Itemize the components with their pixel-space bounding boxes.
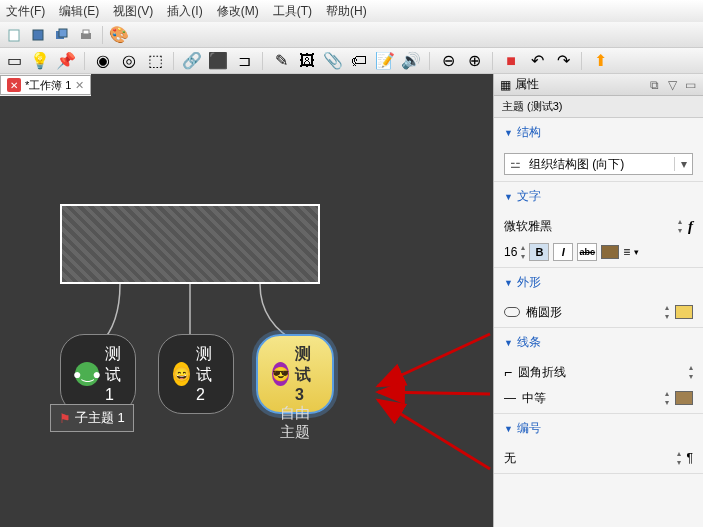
section-toggle[interactable]: ▼文字 xyxy=(494,182,703,211)
audio-icon[interactable]: 🔊 xyxy=(401,51,421,71)
outline-icon[interactable]: ▭ xyxy=(4,51,24,71)
attach-icon[interactable]: 📎 xyxy=(323,51,343,71)
font-stepper[interactable]: ▴▾ xyxy=(678,217,682,235)
shape-stepper[interactable]: ▴▾ xyxy=(665,303,669,321)
strike-button[interactable]: abc xyxy=(577,243,597,261)
menu-edit[interactable]: 编辑(E) xyxy=(59,3,99,20)
minimize-icon[interactable]: ▽ xyxy=(665,78,679,92)
panel-title: 属性 xyxy=(515,76,643,93)
node-icon[interactable]: ◉ xyxy=(93,51,113,71)
structure-value: 组织结构图 (向下) xyxy=(525,156,674,173)
line-weight-value[interactable]: 中等 xyxy=(522,390,659,407)
properties-panel: ▦ 属性 ⧉ ▽ ▭ 主题 (测试3) ▼结构 ⚍ 组织结构图 (向下) ▾ ▼… xyxy=(493,74,703,527)
tab-label: *工作簿 1 xyxy=(25,78,71,93)
orgchart-icon: ⚍ xyxy=(505,157,525,171)
number-format-icon[interactable]: ¶ xyxy=(687,451,693,465)
document-tab[interactable]: ✕ *工作簿 1 ✕ xyxy=(0,75,91,95)
menu-view[interactable]: 视图(V) xyxy=(113,3,153,20)
mindmap: ●‿● 测试1 😄 测试2 😎 测试3 ⚑ 子主题 1 自由主题 xyxy=(60,204,320,284)
menu-icon[interactable]: ▭ xyxy=(683,78,697,92)
edit-icon[interactable]: ✎ xyxy=(271,51,291,71)
float-icon[interactable]: ⬚ xyxy=(145,51,165,71)
italic-button[interactable]: I xyxy=(553,243,573,261)
new-icon[interactable] xyxy=(4,25,24,45)
flag-icon: ⚑ xyxy=(59,411,71,426)
emoji-cool-icon: 😎 xyxy=(272,362,289,386)
zoomin-icon[interactable]: ⊕ xyxy=(464,51,484,71)
font-family[interactable]: 微软雅黑 xyxy=(504,218,672,235)
topic-node-3-selected[interactable]: 😎 测试3 xyxy=(256,334,334,414)
weight-stepper[interactable]: ▴▾ xyxy=(665,389,669,407)
subnode-icon[interactable]: ◎ xyxy=(119,51,139,71)
svg-line-8 xyxy=(378,400,490,469)
section-toggle[interactable]: ▼编号 xyxy=(494,414,703,443)
close-icon[interactable]: ✕ xyxy=(7,78,21,92)
topic-label: 测试2 xyxy=(196,344,219,404)
section-text: ▼文字 微软雅黑 ▴▾ f 16 ▴▾ B I abc ≡ ▾ xyxy=(494,182,703,268)
print-icon[interactable] xyxy=(76,25,96,45)
number-value[interactable]: 无 xyxy=(504,450,671,467)
svg-rect-1 xyxy=(33,30,43,40)
pin-icon[interactable]: 📌 xyxy=(56,51,76,71)
line-style-value[interactable]: 圆角折线 xyxy=(518,364,683,381)
save-icon[interactable] xyxy=(28,25,48,45)
shape-color-swatch[interactable] xyxy=(675,305,693,319)
topic-node-2[interactable]: 😄 测试2 xyxy=(158,334,234,414)
zoomout-icon[interactable]: ⊖ xyxy=(438,51,458,71)
chevron-down-icon[interactable]: ▾ xyxy=(674,157,692,171)
chevron-down-icon[interactable]: ▾ xyxy=(634,247,639,257)
font-size[interactable]: 16 xyxy=(504,245,517,259)
section-toggle[interactable]: ▼外形 xyxy=(494,268,703,297)
text-color-swatch[interactable] xyxy=(601,245,619,259)
ellipse-icon xyxy=(504,307,520,317)
menu-modify[interactable]: 修改(M) xyxy=(217,3,259,20)
bold-button[interactable]: B xyxy=(529,243,549,261)
line-stepper[interactable]: ▴▾ xyxy=(689,363,693,381)
tab-bar: ✕ *工作簿 1 ✕ xyxy=(0,74,91,96)
saveall-icon[interactable] xyxy=(52,25,72,45)
undo-icon[interactable]: ↶ xyxy=(527,51,547,71)
number-stepper[interactable]: ▴▾ xyxy=(677,449,681,467)
menu-insert[interactable]: 插入(I) xyxy=(167,3,202,20)
panel-icon: ▦ xyxy=(500,78,511,92)
canvas[interactable]: ✕ *工作簿 1 ✕ ●‿● 测试1 😄 测试2 xyxy=(0,74,493,527)
tab-x-icon[interactable]: ✕ xyxy=(75,79,84,92)
menu-tools[interactable]: 工具(T) xyxy=(273,3,312,20)
section-line: ▼线条 ⌐ 圆角折线 ▴▾ — 中等 ▴▾ xyxy=(494,328,703,414)
svg-line-7 xyxy=(378,392,490,394)
toolbar-main: 🎨 xyxy=(0,22,703,48)
subtopic-node[interactable]: ⚑ 子主题 1 xyxy=(50,404,134,432)
root-topic[interactable] xyxy=(60,204,320,284)
polyline-icon: ⌐ xyxy=(504,364,512,380)
section-number: ▼编号 无 ▴▾ ¶ xyxy=(494,414,703,474)
size-stepper[interactable]: ▴▾ xyxy=(521,243,525,261)
link-icon[interactable]: 🔗 xyxy=(182,51,202,71)
topic-node-1[interactable]: ●‿● 测试1 xyxy=(60,334,136,414)
boundary-icon[interactable]: ⬛ xyxy=(208,51,228,71)
align-icon[interactable]: ≡ xyxy=(623,245,630,259)
section-toggle[interactable]: ▼线条 xyxy=(494,328,703,357)
note-icon[interactable]: 📝 xyxy=(375,51,395,71)
shape-value[interactable]: 椭圆形 xyxy=(526,304,659,321)
style-icon[interactable]: 🎨 xyxy=(109,25,129,45)
line-weight-icon: — xyxy=(504,391,516,405)
svg-rect-5 xyxy=(83,30,89,34)
menu-help[interactable]: 帮助(H) xyxy=(326,3,367,20)
stop-icon[interactable]: ■ xyxy=(501,51,521,71)
line-color-swatch[interactable] xyxy=(675,391,693,405)
menu-file[interactable]: 文件(F) xyxy=(6,3,45,20)
section-toggle[interactable]: ▼结构 xyxy=(494,118,703,147)
font-style-icon[interactable]: f xyxy=(688,218,693,235)
summary-icon[interactable]: ⊐ xyxy=(234,51,254,71)
share-icon[interactable]: ⬆ xyxy=(590,51,610,71)
label-icon[interactable]: 🏷 xyxy=(349,51,369,71)
bulb-icon[interactable]: 💡 xyxy=(30,51,50,71)
topic-label: 测试3 xyxy=(295,344,318,404)
structure-combo[interactable]: ⚍ 组织结构图 (向下) ▾ xyxy=(504,153,693,175)
restore-icon[interactable]: ⧉ xyxy=(647,78,661,92)
image-icon[interactable]: 🖼 xyxy=(297,51,317,71)
subtopic-label: 子主题 1 xyxy=(75,409,125,427)
svg-rect-3 xyxy=(59,29,67,37)
redo-icon[interactable]: ↷ xyxy=(553,51,573,71)
section-structure: ▼结构 ⚍ 组织结构图 (向下) ▾ xyxy=(494,118,703,182)
